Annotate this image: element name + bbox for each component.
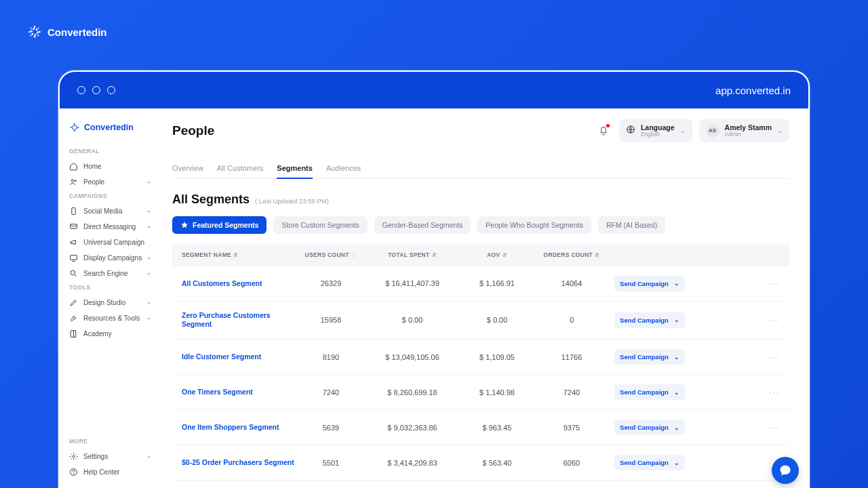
- svg-point-19: [71, 270, 75, 275]
- gear-icon: [69, 452, 78, 461]
- user-role: Admin: [725, 131, 772, 138]
- svg-point-0: [31, 28, 37, 35]
- sidebar-item-social[interactable]: Social Media▸: [69, 203, 151, 219]
- svg-point-5: [30, 27, 31, 28]
- more-actions[interactable]: ···: [690, 279, 780, 287]
- people-icon: [69, 178, 78, 186]
- segment-filters: Featured Segments Store Custom Segments …: [172, 216, 789, 234]
- col-aov[interactable]: AOV⇵: [460, 251, 534, 258]
- sidebar-item-design[interactable]: Design Studio▸: [69, 295, 151, 310]
- col-users[interactable]: USERS COUNT↓↑: [297, 251, 365, 258]
- chevron-down-icon: ⌄: [680, 127, 686, 134]
- orders-count: 6060: [534, 459, 609, 467]
- tools-icon: [69, 314, 78, 323]
- tab-audiences[interactable]: Audiences: [326, 159, 361, 178]
- language-value: English: [641, 131, 675, 138]
- table-row: All Customers Segment26329$ 16,411,407.3…: [172, 266, 789, 302]
- users-count: 15958: [297, 316, 365, 324]
- orders-count: 7240: [534, 388, 609, 396]
- user-menu[interactable]: AS Amely StammAdmin ⌄: [699, 119, 789, 142]
- window-dot[interactable]: [107, 86, 115, 94]
- filter-bought[interactable]: People Who Bought Segments: [477, 216, 591, 234]
- send-campaign-button[interactable]: Send Campaign⌄: [614, 276, 685, 291]
- chevron-down-icon: ⌄: [674, 354, 679, 361]
- svg-point-4: [34, 36, 36, 38]
- brand-icon: [69, 122, 80, 133]
- window-controls[interactable]: [77, 86, 115, 94]
- sidebar-section-campaigns: CAMPAIGNS: [69, 192, 151, 199]
- svg-point-12: [74, 123, 75, 125]
- sidebar-item-label: Resources & Tools: [83, 314, 140, 322]
- chevron-right-icon: ▸: [148, 255, 151, 261]
- notifications-button[interactable]: [595, 122, 612, 140]
- tab-overview[interactable]: Overview: [172, 159, 203, 178]
- segment-name[interactable]: One Timers Segment: [182, 388, 297, 397]
- col-name[interactable]: SEGMENT NAME⇵: [182, 251, 297, 258]
- language-switcher[interactable]: LanguageEnglish ⌄: [619, 119, 692, 142]
- tab-all-customers[interactable]: All Customers: [217, 159, 263, 178]
- chevron-down-icon: ⌄: [674, 280, 679, 287]
- segment-name[interactable]: All Customers Segment: [182, 279, 297, 289]
- more-actions[interactable]: ···: [690, 459, 780, 467]
- total-spent: $ 3,414,209.83: [365, 459, 460, 467]
- sidebar-item-home[interactable]: Home: [69, 159, 151, 174]
- filter-store[interactable]: Store Custom Segments: [273, 216, 367, 234]
- sidebar-item-help[interactable]: Help Center: [69, 464, 151, 480]
- col-orders[interactable]: ORDERS COUNT⇵: [534, 251, 609, 258]
- more-actions[interactable]: ···: [690, 316, 780, 324]
- users-count: 8190: [297, 353, 365, 361]
- segment-name[interactable]: Zero Purchase Customers Segment: [182, 311, 297, 329]
- sidebar-item-academy[interactable]: Academy: [69, 326, 151, 342]
- send-campaign-button[interactable]: Send Campaign⌄: [614, 384, 685, 400]
- sidebar-item-dm[interactable]: Direct Messaging▸: [69, 219, 151, 235]
- window-dot[interactable]: [92, 86, 100, 94]
- chevron-down-icon: ⌄: [674, 317, 679, 323]
- send-campaign-button[interactable]: Send Campaign⌄: [614, 312, 685, 328]
- chevron-right-icon: ▸: [148, 453, 151, 460]
- last-updated: ( Last Updated 23:59 PM): [255, 197, 329, 205]
- chevron-right-icon: ▸: [148, 315, 151, 321]
- svg-point-9: [73, 125, 77, 130]
- browser-url: app.converted.in: [715, 85, 791, 96]
- segment-name[interactable]: One Item Shoppers Segment: [182, 423, 297, 432]
- sidebar-item-settings[interactable]: Settings▸: [69, 449, 151, 464]
- send-campaign-button[interactable]: Send Campaign⌄: [614, 349, 685, 365]
- star-icon: [180, 221, 189, 229]
- users-count: 7240: [297, 388, 365, 396]
- more-actions[interactable]: ···: [690, 388, 780, 396]
- sort-icon: ⇵: [595, 252, 599, 258]
- segment-name[interactable]: $0-25 Order Purchasers Segment: [182, 458, 297, 468]
- users-count: 5639: [297, 424, 365, 432]
- aov: $ 1,140.98: [460, 388, 534, 396]
- col-spent[interactable]: TOTAL SPENT⇵: [365, 251, 460, 258]
- sidebar-item-search[interactable]: Search Engine▸: [69, 266, 151, 281]
- sidebar-item-universal[interactable]: Universal Campaign: [69, 235, 151, 250]
- brand-logo-sidebar[interactable]: Convertedin: [69, 122, 151, 133]
- total-spent: $ 16,411,407.39: [365, 279, 460, 287]
- more-actions[interactable]: ···: [690, 424, 780, 432]
- sidebar-item-label: Home: [83, 163, 102, 170]
- sidebar-item-people[interactable]: People▸: [69, 174, 151, 190]
- more-actions[interactable]: ···: [690, 353, 780, 361]
- filter-rfm[interactable]: RFM (AI Based): [598, 216, 665, 234]
- filter-featured[interactable]: Featured Segments: [172, 216, 267, 234]
- sidebar-item-label: Search Engine: [83, 270, 128, 277]
- send-campaign-button[interactable]: Send Campaign⌄: [614, 455, 685, 470]
- tab-segments[interactable]: Segments: [277, 159, 313, 179]
- pen-icon: [69, 298, 78, 307]
- send-campaign-button[interactable]: Send Campaign⌄: [614, 420, 685, 435]
- table-row: $0-25 Order Purchasers Segment5501$ 3,41…: [172, 445, 789, 481]
- chat-button[interactable]: [772, 457, 799, 484]
- sidebar-item-resources[interactable]: Resources & Tools▸: [69, 310, 151, 326]
- segment-name[interactable]: Idle Customer Segment: [182, 352, 297, 362]
- window-dot[interactable]: [77, 86, 85, 94]
- globe-icon: [626, 125, 635, 134]
- filter-label: Featured Segments: [193, 221, 258, 229]
- sidebar-section-general: GENERAL: [69, 148, 151, 155]
- filter-gender[interactable]: Gender-Based Segments: [374, 216, 471, 234]
- sidebar-item-label: People: [83, 178, 104, 186]
- sidebar-section-tools: TOOLS: [69, 284, 151, 291]
- sidebar-item-display[interactable]: Display Campaigns▸: [69, 250, 151, 266]
- help-icon: [69, 468, 78, 476]
- brand-icon: [27, 24, 42, 39]
